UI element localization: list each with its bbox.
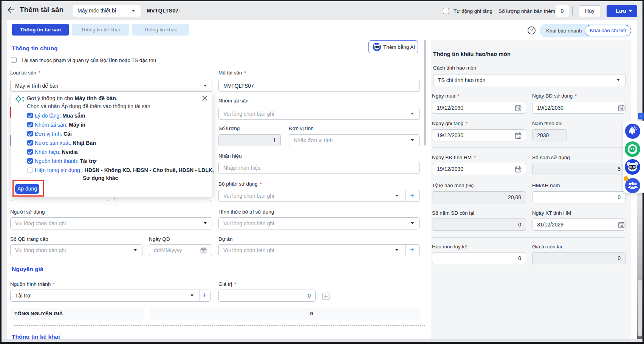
svg-text:?: ? — [530, 28, 533, 33]
